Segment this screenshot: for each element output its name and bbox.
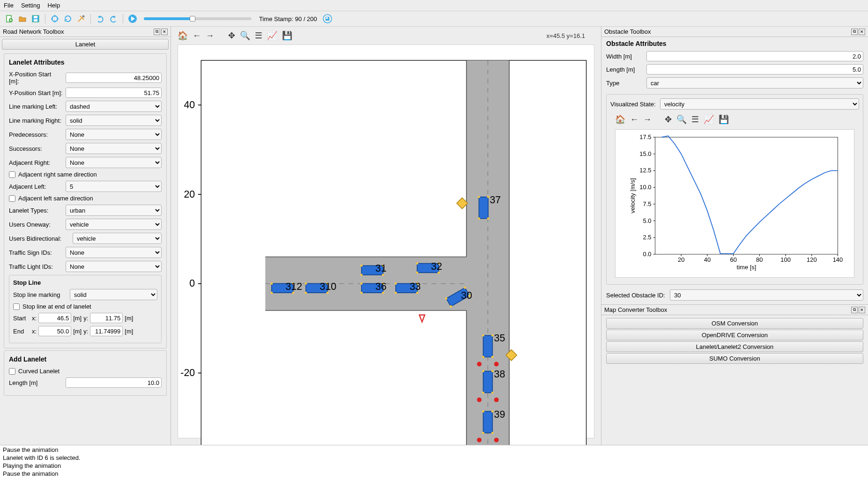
log-console[interactable]: Pause the animation Lanelet with ID 6 is… bbox=[0, 445, 868, 480]
start-y-input[interactable] bbox=[90, 313, 123, 323]
svg-point-51 bbox=[477, 362, 482, 367]
add-length-input[interactable] bbox=[66, 377, 162, 388]
users-oneway-label: Users Oneway: bbox=[9, 221, 63, 228]
svg-text:2.5: 2.5 bbox=[643, 234, 651, 241]
svg-text:17.5: 17.5 bbox=[639, 133, 651, 140]
svg-text:12.5: 12.5 bbox=[639, 167, 651, 174]
adj-right-same-checkbox[interactable] bbox=[9, 171, 15, 178]
stopline-marking-select[interactable]: solid bbox=[70, 289, 157, 300]
users-oneway-select[interactable]: vehicle bbox=[66, 219, 162, 230]
forward-icon[interactable]: → bbox=[206, 31, 214, 41]
pred-select[interactable]: None bbox=[66, 129, 162, 140]
panel-title-left: Road Network Toolbox bbox=[3, 28, 64, 35]
back-icon[interactable]: ← bbox=[630, 115, 638, 125]
velocity-chart[interactable]: 204060801001201400.02.55.07.510.012.515.… bbox=[615, 129, 854, 278]
save-figure-icon[interactable]: 💾 bbox=[719, 114, 729, 125]
zoom-icon[interactable]: 🔍 bbox=[676, 114, 687, 125]
obst-width-input[interactable] bbox=[646, 51, 863, 61]
svg-point-54 bbox=[494, 398, 499, 402]
back-icon[interactable]: ← bbox=[193, 31, 201, 41]
menu-help[interactable]: Help bbox=[47, 2, 60, 9]
new-file-icon[interactable] bbox=[4, 13, 15, 24]
stopline-end-checkbox[interactable] bbox=[13, 303, 20, 310]
forward-icon[interactable]: → bbox=[643, 115, 652, 125]
tools-icon[interactable] bbox=[75, 13, 87, 24]
users-bidir-select[interactable]: vehicle bbox=[73, 233, 162, 244]
start-x-label: x: bbox=[32, 315, 37, 322]
obst-length-input[interactable] bbox=[646, 64, 863, 74]
traffic-light-select[interactable]: None bbox=[66, 261, 162, 272]
close-button[interactable]: ✕ bbox=[859, 307, 865, 313]
lm-right-select[interactable]: solid bbox=[66, 115, 162, 126]
float-button[interactable]: ⧉ bbox=[851, 307, 858, 313]
redo-icon[interactable] bbox=[108, 13, 119, 24]
svg-text:38: 38 bbox=[494, 369, 505, 380]
svg-text:40: 40 bbox=[704, 256, 711, 263]
obst-type-select[interactable]: car bbox=[646, 77, 863, 89]
end-y-input[interactable] bbox=[90, 326, 123, 336]
lm-right-label: Line marking Right: bbox=[9, 117, 63, 124]
vis-state-select[interactable]: velocity bbox=[660, 98, 859, 110]
float-button[interactable]: ⧉ bbox=[851, 29, 858, 35]
home-icon[interactable]: 🏠 bbox=[178, 30, 188, 41]
m-unit: [m] bbox=[73, 315, 82, 322]
lanelet-types-select[interactable]: urban bbox=[66, 205, 162, 216]
pan-icon[interactable]: ✥ bbox=[665, 114, 672, 125]
undo-icon[interactable] bbox=[95, 13, 106, 24]
open-file-icon[interactable] bbox=[17, 13, 28, 24]
zoom-icon[interactable]: 🔍 bbox=[240, 30, 250, 41]
refresh-icon[interactable] bbox=[62, 13, 74, 24]
x-pos-input[interactable] bbox=[66, 73, 162, 83]
succ-select[interactable]: None bbox=[66, 143, 162, 154]
adj-right-select[interactable]: None bbox=[66, 157, 162, 168]
svg-text:15.0: 15.0 bbox=[639, 150, 651, 157]
edit-axis-icon[interactable]: 📈 bbox=[704, 114, 714, 125]
target-icon[interactable] bbox=[49, 13, 60, 24]
menu-setting[interactable]: Setting bbox=[21, 2, 40, 9]
curved-lanelet-checkbox[interactable] bbox=[9, 368, 15, 375]
save-video-icon[interactable] bbox=[322, 13, 333, 24]
svg-point-56 bbox=[494, 438, 499, 443]
close-button[interactable]: ✕ bbox=[859, 29, 865, 35]
save-figure-icon[interactable]: 💾 bbox=[282, 30, 292, 41]
users-bidir-label: Users Bidirectional: bbox=[9, 235, 70, 242]
play-icon[interactable] bbox=[127, 13, 138, 24]
traffic-sign-select[interactable]: None bbox=[66, 247, 162, 258]
svg-point-106 bbox=[482, 334, 484, 337]
float-button[interactable]: ⧉ bbox=[154, 29, 160, 35]
time-slider[interactable] bbox=[144, 17, 252, 20]
edit-axis-icon[interactable]: 📈 bbox=[267, 30, 277, 41]
end-y-label: y: bbox=[83, 328, 88, 335]
start-x-input[interactable] bbox=[38, 313, 71, 323]
configure-subplots-icon[interactable]: ☰ bbox=[691, 114, 699, 125]
lanelet-section-header[interactable]: Lanelet bbox=[2, 39, 169, 50]
pred-label: Predecessors: bbox=[9, 131, 63, 138]
sumo-conversion-button[interactable]: SUMO Conversion bbox=[606, 353, 863, 364]
lm-left-label: Line marking Left: bbox=[9, 103, 63, 110]
save-file-icon[interactable] bbox=[30, 13, 41, 24]
svg-text:60: 60 bbox=[730, 256, 736, 263]
svg-point-76 bbox=[360, 282, 363, 285]
lm-left-select[interactable]: dashed bbox=[66, 101, 162, 112]
y-pos-input[interactable] bbox=[66, 88, 162, 98]
end-x-input[interactable] bbox=[38, 326, 71, 336]
configure-subplots-icon[interactable]: ☰ bbox=[255, 30, 262, 41]
opendrive-conversion-button[interactable]: OpenDRIVE Conversion bbox=[606, 330, 863, 340]
svg-rect-11 bbox=[201, 60, 586, 445]
home-icon[interactable]: 🏠 bbox=[615, 114, 625, 125]
svg-point-61 bbox=[487, 217, 490, 220]
scenario-canvas[interactable]: -10010203040506070-40-200204037323136333… bbox=[178, 44, 594, 438]
svg-point-96 bbox=[305, 292, 307, 294]
lanelet2-conversion-button[interactable]: Lanelet/Lanelet2 Conversion bbox=[606, 341, 863, 352]
adj-left-select[interactable]: 5 bbox=[66, 181, 162, 192]
stopline-title: Stop Line bbox=[13, 279, 157, 286]
osm-conversion-button[interactable]: OSM Conversion bbox=[606, 318, 863, 329]
svg-text:80: 80 bbox=[756, 256, 763, 263]
sel-obst-label: Selected Obstacle ID: bbox=[606, 292, 667, 299]
sel-obst-select[interactable]: 30 bbox=[670, 289, 863, 301]
close-button[interactable]: ✕ bbox=[161, 29, 168, 35]
pan-icon[interactable]: ✥ bbox=[228, 30, 235, 41]
adj-left-same-checkbox[interactable] bbox=[9, 195, 15, 202]
svg-text:20: 20 bbox=[678, 256, 684, 263]
menu-file[interactable]: File bbox=[4, 2, 14, 9]
